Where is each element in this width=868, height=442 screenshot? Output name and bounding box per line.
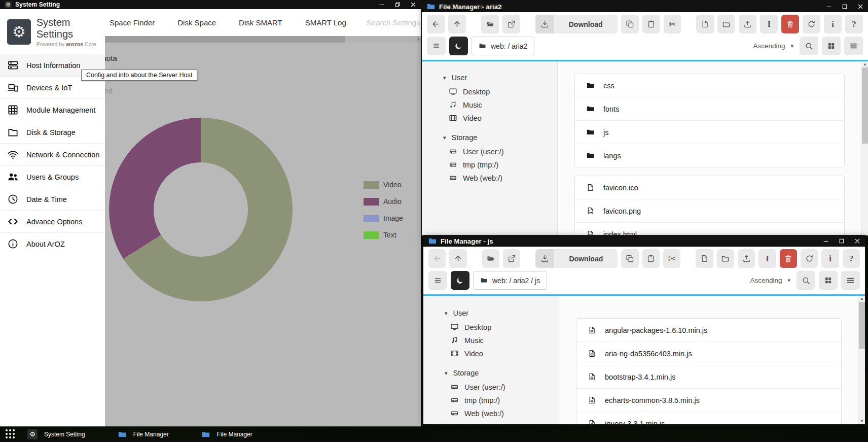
tree-section-storage[interactable]: ▾ Storage — [443, 133, 557, 142]
taskbar-item-system-setting[interactable]: ⚙ System Setting — [27, 429, 85, 439]
minimize-icon[interactable] — [379, 2, 385, 8]
grid-view-button[interactable] — [819, 271, 838, 290]
list-view-button[interactable] — [841, 271, 860, 290]
file-row[interactable]: jquery-3.3.1.min.js — [576, 412, 841, 424]
download-button[interactable]: Download — [535, 249, 618, 268]
paste-button[interactable] — [642, 249, 660, 268]
breadcrumb[interactable]: web: / aria2 / js — [473, 271, 547, 290]
scroll-down-icon[interactable]: ▼ — [860, 418, 864, 424]
new-folder-button[interactable] — [717, 15, 735, 33]
list-view-button[interactable] — [844, 37, 863, 55]
file-row[interactable]: echarts-common-3.8.5.min.js — [576, 389, 841, 412]
settings-menu-item[interactable]: Users & Groups — [0, 166, 105, 188]
open-folder-button[interactable] — [481, 15, 499, 33]
taskbar-item-file-manager-2[interactable]: File Manager — [201, 430, 252, 439]
minimize-icon[interactable] — [823, 238, 829, 244]
search-button[interactable] — [800, 37, 818, 55]
tree-section-storage[interactable]: ▾ Storage — [445, 369, 559, 377]
upload-button[interactable] — [738, 249, 755, 268]
refresh-button[interactable] — [803, 15, 820, 33]
open-in-new-window-button[interactable] — [503, 249, 520, 268]
file-row[interactable]: aria-ng-da5356c403.min.js — [576, 342, 841, 365]
settings-menu-item[interactable]: Advance Options — [0, 211, 105, 233]
copy-button[interactable] — [621, 249, 638, 268]
file-row[interactable]: langs — [575, 144, 844, 167]
sort-order-dropdown[interactable]: Ascending ▾ — [750, 277, 793, 284]
file-row[interactable]: favicon.ico — [575, 176, 844, 199]
tree-item-music[interactable]: Music — [450, 336, 559, 345]
taskbar-item-file-manager-1[interactable]: File Manager — [118, 430, 169, 439]
file-row[interactable]: css — [575, 74, 844, 97]
tree-item-web-drive[interactable]: Web (web:/) — [450, 409, 559, 418]
menu-button[interactable] — [428, 271, 447, 290]
tree-item-tmp-drive[interactable]: tmp (tmp:/) — [449, 160, 557, 169]
settings-menu-item[interactable]: Disk & Storage — [0, 121, 105, 144]
breadcrumb[interactable]: web: / aria2 — [472, 37, 534, 55]
scroll-up-icon[interactable]: ▲ — [863, 61, 867, 67]
rename-button[interactable]: I — [758, 249, 776, 268]
tree-item-web-drive[interactable]: Web (web:/) — [449, 174, 557, 182]
dark-mode-button[interactable] — [451, 271, 469, 290]
help-button[interactable]: ? — [845, 15, 863, 33]
file-row[interactable]: js — [575, 121, 844, 144]
maximize-icon[interactable] — [839, 238, 845, 244]
tree-item-tmp-drive[interactable]: tmp (tmp:/) — [450, 396, 559, 404]
maximize-icon[interactable] — [842, 4, 848, 10]
tree-section-user[interactable]: ▾ User — [445, 309, 559, 317]
file-row[interactable]: fonts — [575, 97, 844, 121]
tree-item-video[interactable]: Video — [450, 349, 559, 358]
back-button[interactable] — [427, 15, 445, 33]
paste-button[interactable] — [642, 15, 660, 33]
properties-button[interactable]: i — [821, 249, 839, 268]
settings-menu-item[interactable]: Date & Time — [0, 188, 105, 211]
copy-button[interactable] — [621, 15, 639, 33]
upload-button[interactable] — [739, 15, 756, 33]
scroll-thumb[interactable] — [859, 302, 865, 349]
minimize-icon[interactable] — [826, 4, 832, 10]
tree-item-user-drive[interactable]: User (user:/) — [450, 383, 559, 391]
tree-item-desktop[interactable]: Desktop — [450, 323, 559, 331]
up-button[interactable] — [448, 15, 466, 33]
cut-button[interactable]: ✂ — [664, 15, 681, 33]
open-folder-button[interactable] — [482, 249, 499, 268]
scroll-up-icon[interactable]: ▲ — [860, 296, 864, 302]
hscroll-thumb[interactable] — [105, 36, 345, 43]
settings-menu-item[interactable]: Network & Connection — [0, 144, 105, 166]
settings-tab[interactable]: Disk SMART — [239, 18, 282, 27]
app-launcher-button[interactable] — [6, 429, 15, 439]
restore-icon[interactable] — [394, 2, 401, 8]
hscroll-right-arrow-icon[interactable]: › — [417, 36, 419, 42]
tree-section-user[interactable]: ▾ User — [443, 74, 557, 82]
settings-tab[interactable]: Disk Space — [177, 18, 216, 27]
help-button[interactable]: ? — [843, 249, 860, 268]
fm2-scrollbar[interactable]: ▲ ▼ — [858, 296, 865, 424]
fm1-scrollbar[interactable]: ▲ — [861, 61, 868, 235]
settings-horizontal-scrollbar[interactable]: › — [105, 36, 421, 43]
open-in-new-window-button[interactable] — [502, 15, 520, 33]
close-icon[interactable] — [854, 238, 860, 244]
settings-menu-item[interactable]: About ArOZ — [0, 233, 105, 255]
file-row[interactable]: bootstrap-3.4.1.min.js — [576, 365, 841, 389]
dark-mode-button[interactable] — [449, 37, 468, 55]
new-file-button[interactable] — [696, 249, 713, 268]
new-file-button[interactable] — [696, 15, 714, 33]
tree-item-desktop[interactable]: Desktop — [449, 87, 557, 96]
tree-item-video[interactable]: Video — [449, 114, 557, 122]
refresh-button[interactable] — [801, 249, 818, 268]
grid-view-button[interactable] — [822, 37, 841, 55]
scroll-thumb[interactable] — [862, 67, 868, 144]
close-icon[interactable] — [410, 2, 416, 8]
settings-tab[interactable]: SMART Log — [305, 18, 346, 27]
up-button[interactable] — [449, 249, 466, 268]
sort-order-dropdown[interactable]: Ascending ▾ — [753, 42, 796, 50]
rename-button[interactable]: I — [760, 15, 778, 33]
menu-button[interactable] — [427, 37, 446, 55]
download-button[interactable]: Download — [535, 15, 618, 33]
tree-item-user-drive[interactable]: User (user:/) — [449, 147, 557, 156]
tree-item-music[interactable]: Music — [449, 100, 557, 109]
file-row[interactable]: index.html — [575, 223, 844, 235]
new-folder-button[interactable] — [717, 249, 734, 268]
cut-button[interactable]: ✂ — [663, 249, 680, 268]
delete-button[interactable] — [780, 249, 797, 268]
close-icon[interactable] — [857, 4, 863, 10]
